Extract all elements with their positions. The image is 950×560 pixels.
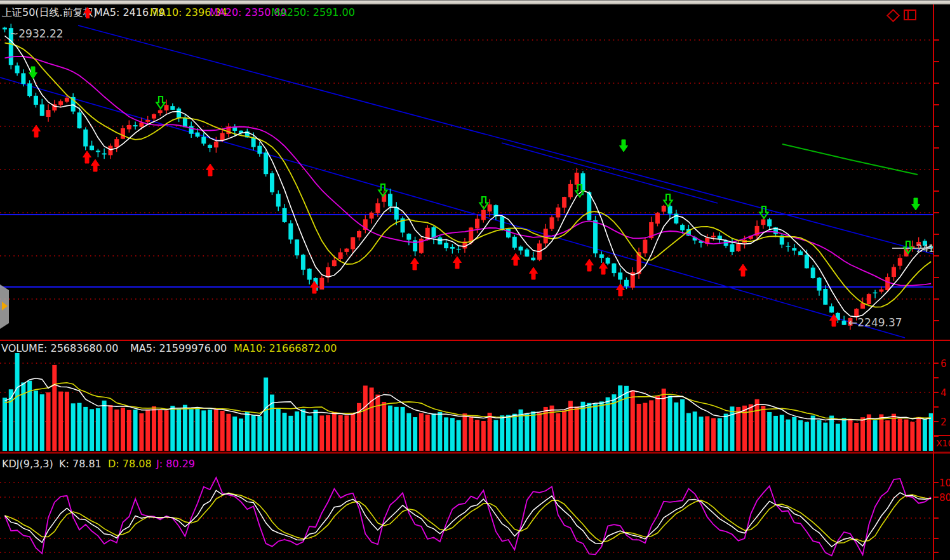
buy-arrow-icon (530, 267, 538, 279)
sell-arrow-icon (620, 140, 628, 152)
last-price-tag: 241 (916, 243, 935, 255)
low-price-callout: ←2249.37 (848, 317, 902, 329)
sell-arrow-icon (912, 198, 920, 210)
stock-chart-window: { "window": { "icons": {"diamond": "diam… (0, 0, 950, 560)
volume-ma5-value: MA5: 21599976.00 (130, 342, 227, 354)
buy-arrow-icon (617, 284, 625, 296)
volume-ma10-value: MA10: 21666872.00 (234, 342, 337, 354)
buy-arrow-icon (739, 264, 747, 276)
sell-arrow-icon (29, 67, 37, 79)
sell-arrow-icon (157, 97, 165, 109)
kdj-d-value: D: 78.08 (108, 458, 152, 470)
buy-arrow-icon (206, 164, 215, 176)
volume-value: VOLUME: 25683680.00 (1, 342, 118, 354)
buy-arrow-icon (512, 253, 520, 265)
kdj-title: KDJ(9,3,3) (2, 458, 53, 470)
chart-canvas[interactable] (0, 0, 950, 560)
expand-arrow-icon (2, 302, 8, 310)
buy-arrow-icon (585, 259, 594, 271)
volume-axis-2: 2 (940, 417, 947, 428)
volume-axis-4: 4 (940, 387, 947, 399)
kdj-axis-80: 80 (939, 492, 950, 503)
volume-axis-6: 6 (940, 358, 947, 370)
volume-multiplier: X10 (936, 438, 950, 448)
restore-window-icon-divider (907, 11, 909, 19)
up-arrow-icon-stem (86, 13, 90, 18)
kdj-k-value: K: 78.81 (59, 458, 102, 470)
high-price-callout: ~2932.22 (10, 28, 64, 40)
ma250-legend: MA250: 2591.00 (271, 6, 355, 18)
buy-arrow-icon (411, 258, 419, 270)
buy-arrow-icon (453, 257, 462, 269)
buy-arrow-icon (83, 151, 91, 163)
buy-arrow-icon (599, 262, 608, 274)
buy-arrow-icon (32, 125, 41, 137)
buy-arrow-icon (91, 159, 100, 171)
kdj-j-value: J: 80.29 (156, 458, 195, 470)
kdj-axis-100: 100 (939, 477, 950, 489)
restore-window-icon[interactable] (904, 10, 916, 20)
panel-expand-tab[interactable] (0, 284, 9, 329)
sell-arrow-icon (664, 194, 672, 206)
